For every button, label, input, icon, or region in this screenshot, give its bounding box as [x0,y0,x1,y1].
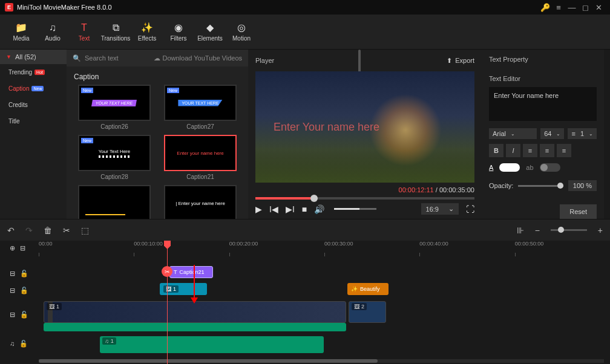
align-right-button[interactable]: ≡ [557,144,571,157]
image-icon: 🖼 [49,304,54,310]
close-icon[interactable]: ✕ [592,1,605,14]
lock-icon[interactable]: 🔓 [20,287,28,294]
volume-slider[interactable] [334,208,376,210]
tab-text[interactable]: TText [69,17,99,47]
seek-bar[interactable] [255,197,474,200]
reset-button[interactable]: Reset [560,204,597,219]
font-size-select[interactable]: 64⌄ [540,128,564,139]
caption-card[interactable]: Enter your name hereCaption21 [160,135,241,180]
time-display: 00:00:12:11 / 00:00:35:00 [255,186,474,193]
gallery-heading: Caption [67,67,248,85]
text-editor-label: Text Editor [489,75,597,82]
caption-card[interactable]: NewYour Text HereCaption28 [74,135,155,180]
caption-card[interactable]: NewYOUR TEXT HERECaption26 [74,85,155,130]
preview-area[interactable]: Enter Your name here [255,71,474,183]
opacity-slider[interactable] [518,185,563,187]
zoom-in-button[interactable]: + [598,226,603,235]
highlight-label: ab [526,164,533,171]
tab-filters[interactable]: ◉Filters [163,17,194,47]
effects-icon: ✨ [141,22,153,33]
sparkle-icon: ✨ [351,286,358,292]
tab-motion[interactable]: ◎Motion [226,17,257,47]
transition-icon: ⧉ [113,22,119,33]
track-type-icon: ⊟ [10,311,15,319]
drag-arrow-annotation [194,265,195,299]
minimize-icon[interactable]: — [565,1,579,14]
scissors-icon[interactable]: ✂ [162,266,172,277]
font-select[interactable]: Arial⌄ [489,128,537,139]
caption-card[interactable]: | Enter your name hereCaption23 [160,185,241,219]
caption-card[interactable]: NewYOUR TEXT HERECaption27 [160,85,241,130]
prev-frame-button[interactable]: I◀ [269,204,278,214]
timeline-ruler[interactable]: 00:00 00:00:10:00 00:00:20:00 00:00:30:0… [39,241,610,258]
undo-button[interactable]: ↶ [7,226,15,235]
image-icon: 🖼 [354,304,359,310]
text-property-title: Text Property [482,50,604,69]
next-frame-button[interactable]: ▶I [286,204,295,214]
playhead[interactable]: ✂ [167,241,168,364]
lock-icon[interactable]: 🔓 [20,270,28,278]
tab-media[interactable]: 📁Media [6,17,36,47]
text-color-picker[interactable] [499,163,520,172]
zoom-out-button[interactable]: − [535,226,540,235]
text-color-icon: A [489,164,493,171]
delete-button[interactable]: 🗑 [44,226,52,235]
lock-icon[interactable]: 🔓 [19,340,28,348]
video-clip-2[interactable]: 🖼2 [349,301,386,323]
app-title: MiniTool MovieMaker Free 8.0.0 [17,4,112,11]
chevron-down-icon: ⌄ [556,131,560,137]
music-icon: ♫ [49,22,56,33]
category-title[interactable]: Title [0,113,67,129]
text-icon: T [174,269,177,275]
timeline-audio-icon[interactable]: ⊪ [517,226,524,235]
video-clip[interactable]: 🖼1 [44,301,346,323]
highlight-toggle[interactable] [540,163,560,172]
crop-button[interactable]: ⬚ [81,226,89,235]
category-trending[interactable]: TrendingHot [0,64,67,80]
menu-icon[interactable]: ≡ [552,1,565,14]
elements-icon: ◆ [206,22,214,33]
tab-effects[interactable]: ✨Effects [132,17,162,47]
italic-button[interactable]: I [506,144,520,157]
track-collapse-icon[interactable]: ⊟ [20,244,25,252]
category-caption[interactable]: CaptionNew [0,80,67,97]
split-button[interactable]: ✂ [63,226,70,235]
export-button[interactable]: ⬆Export [447,57,474,65]
category-credits[interactable]: Credits [0,97,67,113]
maximize-icon[interactable]: ◻ [579,1,592,14]
lock-icon[interactable]: 🔓 [20,311,28,319]
player-title: Player [255,57,447,64]
music-clip[interactable]: ♫1 [100,336,324,353]
beautify-clip[interactable]: ✨Beautify [347,283,389,295]
redo-button[interactable]: ↷ [25,226,33,235]
tab-transitions[interactable]: ⧉Transitions [100,17,131,47]
tab-audio[interactable]: ♫Audio [38,17,68,47]
opacity-label: Opacity: [489,182,513,189]
play-button[interactable]: ▶ [255,204,262,214]
key-icon[interactable]: 🔑 [539,1,552,14]
fullscreen-button[interactable]: ⛶ [466,204,474,214]
zoom-slider[interactable] [551,229,587,231]
caption-card[interactable]: Caption22 [74,185,155,219]
bold-button[interactable]: B [489,144,503,157]
volume-icon[interactable]: 🔊 [314,204,324,214]
text-editor-input[interactable]: Enter Your name here [489,87,597,121]
video-audio-waveform[interactable] [44,323,346,331]
search-input[interactable]: Search text [85,54,150,62]
stop-button[interactable]: ■ [302,204,307,214]
line-height-select[interactable]: ≡1⌄ [568,128,597,139]
align-left-button[interactable]: ≡ [523,144,537,157]
timeline-scrollbar[interactable] [39,359,604,363]
chevron-down-icon: ⌄ [448,205,454,213]
chevron-down-icon: ⌄ [589,131,593,137]
category-all[interactable]: ▼All (52) [0,50,67,64]
aspect-ratio-select[interactable]: 16:9⌄ [421,203,459,215]
search-icon: 🔍 [73,54,81,62]
align-center-button[interactable]: ≡ [540,144,554,157]
line-spacing-icon: ≡ [571,130,575,137]
track-add-icon[interactable]: ⊕ [10,244,15,252]
caption-clip[interactable]: TCaption21 [169,266,213,278]
seek-handle[interactable] [310,195,318,202]
tab-elements[interactable]: ◆Elements [195,17,225,47]
download-youtube[interactable]: ☁Download YouTube Videos [154,54,243,62]
